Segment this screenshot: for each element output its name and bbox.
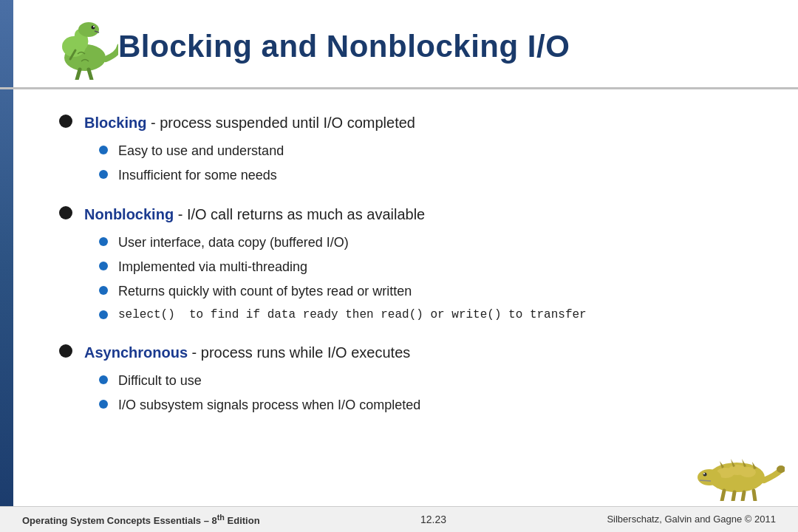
list-item: select() to find if data ready then read… [99,306,739,324]
nonblocking-keyword: Nonblocking [84,206,174,222]
read-code: read() [381,308,423,321]
svg-point-5 [93,26,95,27]
sub-bullet [99,146,108,154]
asynchronous-main-item: Asynchronous - process runs while I/O ex… [59,341,739,364]
sub-bullet [99,375,108,384]
nonblocking-sub-text-2: Implemented via multi-threading [118,257,307,277]
write-code: write() [451,308,501,321]
nonblocking-main-item: Nonblocking - I/O call returns as much a… [59,203,739,225]
svg-point-4 [92,26,95,30]
bottom-dinosaur-icon [696,434,785,501]
svg-point-19 [703,473,707,477]
blocking-sub-text-1: Easy to use and understand [118,141,284,161]
sub-bullet [99,286,108,295]
asynchronous-keyword: Asynchronous [84,344,188,361]
blocking-sub-list: Easy to use and understand Insufficient … [99,141,739,190]
blocking-main-item: Blocking - process suspended until I/O c… [59,112,739,134]
sub-bullet [99,262,108,270]
list-item: I/O subsystem signals process when I/O c… [99,395,739,415]
list-item: Insufficient for some needs [99,166,739,185]
top-dinosaur-icon [44,13,118,80]
sub-bullet [99,400,108,409]
slide-header: Blocking and Nonblocking I/O [0,0,798,89]
svg-line-8 [89,69,92,80]
slide-content: Blocking - process suspended until I/O c… [0,89,798,532]
blocking-sub-text-2: Insufficient for some needs [118,166,277,185]
slide-footer: Operating System Concepts Essentials – 8… [0,506,798,532]
footer-copyright: Silberschatz, Galvin and Gagne © 2011 [607,514,776,525]
list-item: User interface, data copy (buffered I/O) [99,233,739,253]
footer-left-text: Operating System Concepts Essentials – 8… [22,513,260,526]
footer-page-number: 12.23 [420,514,446,525]
nonblocking-bullet [59,206,72,219]
blocking-keyword: Blocking [84,115,146,131]
svg-line-24 [743,492,744,501]
list-item: Implemented via multi-threading [99,257,739,277]
nonblocking-rest-text: - I/O call returns as much as available [174,206,425,222]
list-item: Returns quickly with count of bytes read… [99,282,739,301]
svg-line-25 [754,491,755,501]
svg-line-23 [733,492,734,501]
sub-bullet [99,170,108,179]
sub-bullet [99,310,108,319]
svg-point-18 [698,469,721,485]
svg-point-20 [703,473,705,474]
asynchronous-rest-text: - process runs while I/O executes [188,344,410,361]
slide-title: Blocking and Nonblocking I/O [118,29,570,64]
asynchronous-sub-text-2: I/O subsystem signals process when I/O c… [118,395,420,415]
asynchronous-sub-list: Difficult to use I/O subsystem signals p… [99,371,739,420]
asynchronous-sub-text-1: Difficult to use [118,371,202,391]
svg-line-7 [77,69,80,80]
svg-point-3 [78,22,99,37]
nonblocking-sub-list: User interface, data copy (buffered I/O)… [99,233,739,328]
sub-bullet [99,237,108,246]
blocking-bullet [59,115,72,128]
asynchronous-main-text: Asynchronous - process runs while I/O ex… [84,341,410,364]
footer-title: Operating System Concepts Essentials – 8… [22,515,260,526]
select-code: select() [118,308,175,321]
nonblocking-sub-text-1: User interface, data copy (buffered I/O) [118,233,349,253]
slide: Blocking and Nonblocking I/O Blocking - … [0,0,798,532]
svg-point-13 [740,467,756,477]
svg-line-22 [722,491,724,501]
nonblocking-sub-text-3: Returns quickly with count of bytes read… [118,282,412,301]
blocking-rest-text: - process suspended until I/O completed [146,115,415,131]
nonblocking-sub-text-4: select() to find if data ready then read… [118,306,587,324]
svg-line-21 [700,480,711,481]
asynchronous-bullet [59,344,72,358]
list-item: Easy to use and understand [99,141,739,161]
blocking-main-text: Blocking - process suspended until I/O c… [84,112,415,134]
list-item: Difficult to use [99,371,739,391]
nonblocking-main-text: Nonblocking - I/O call returns as much a… [84,203,425,225]
